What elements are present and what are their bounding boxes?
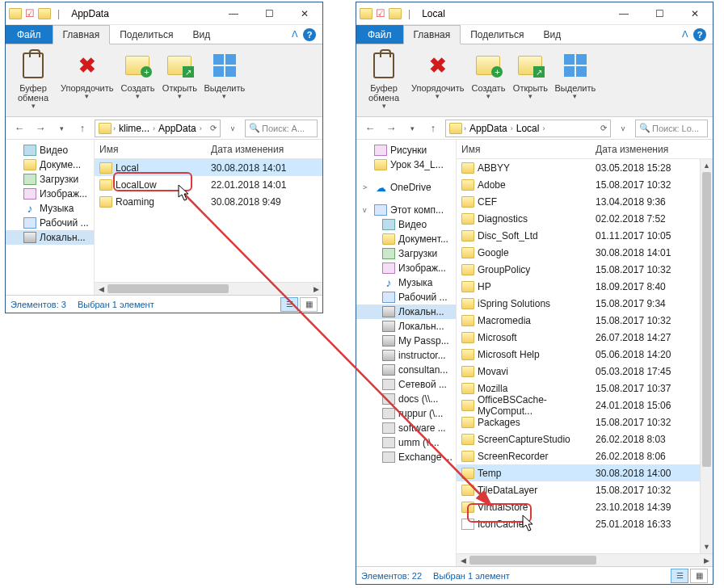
tree-item[interactable]: Документ... [356, 232, 456, 246]
tree-item[interactable]: Локальн... [356, 304, 456, 319]
list-item[interactable]: Adobe15.08.2017 10:32 [457, 176, 700, 193]
tree-item[interactable]: Докуме... [6, 158, 94, 172]
view-details-button[interactable]: ☰ [280, 297, 298, 312]
tree-item[interactable]: ♪Музыка [6, 201, 94, 216]
close-button[interactable]: ✕ [677, 2, 713, 25]
minimize-button[interactable]: — [606, 2, 642, 25]
tree-item[interactable]: Видео [356, 217, 456, 232]
tree-item[interactable]: Рабочий ... [6, 216, 94, 230]
ribbon-new[interactable]: Создать▾ [469, 48, 507, 104]
maximize-button[interactable]: ☐ [251, 2, 287, 25]
collapse-ribbon-icon[interactable]: ᐱ [292, 29, 298, 40]
list-item[interactable]: Packages15.08.2017 10:32 [457, 414, 700, 430]
tree-item[interactable] [356, 195, 456, 203]
tree-item[interactable]: Изображ... [356, 261, 456, 275]
view-icons-button[interactable]: ▦ [690, 569, 708, 583]
ribbon-organize[interactable]: ✖Упорядочить▾ [59, 48, 115, 104]
breadcrumb-segment[interactable]: AppData [157, 123, 198, 134]
view-details-button[interactable]: ☰ [671, 569, 688, 583]
list-item[interactable]: Diagnostics02.02.2018 7:52 [457, 210, 700, 227]
list-item[interactable]: VirtualStore23.10.2018 14:39 [457, 498, 700, 515]
list-item[interactable]: ScreenRecorder26.02.2018 8:06 [457, 447, 700, 464]
view-icons-button[interactable]: ▦ [300, 297, 318, 312]
collapse-ribbon-icon[interactable]: ᐱ [682, 29, 688, 40]
breadcrumb-segment[interactable]: AppData [468, 123, 509, 134]
ribbon-select[interactable]: Выделить▾ [202, 48, 246, 104]
search-input[interactable]: 🔍Поиск: Lo... [635, 120, 708, 137]
list-item[interactable]: Movavi05.03.2018 17:45 [457, 363, 700, 380]
tree-item[interactable]: >☁OneDrive [356, 180, 456, 195]
scrollbar-horizontal[interactable]: ◀▶ [95, 282, 322, 295]
breadcrumb-segment[interactable]: klime... [117, 123, 151, 134]
list-item[interactable]: Roaming30.08.2018 9:49 [95, 193, 322, 210]
list-item[interactable]: Microsoft26.07.2018 14:27 [457, 329, 700, 346]
history-button[interactable]: ▾ [403, 120, 421, 137]
column-date[interactable]: Дата изменения [596, 144, 713, 155]
tree-item[interactable]: consultan... [356, 363, 456, 377]
up-button[interactable]: ↑ [74, 120, 91, 137]
address-dropdown[interactable]: v [224, 120, 242, 137]
refresh-icon[interactable]: ⟳ [210, 124, 220, 132]
back-button[interactable]: ← [361, 120, 379, 137]
tab-main[interactable]: Главная [403, 25, 461, 44]
checkbox-icon[interactable]: ☑ [376, 7, 385, 19]
list-item[interactable]: TileDataLayer15.08.2017 10:32 [457, 481, 700, 498]
ribbon-new[interactable]: Создать▾ [118, 48, 157, 104]
tab-file[interactable]: Файл [356, 25, 403, 44]
list-item[interactable]: GroupPolicy15.08.2017 10:32 [457, 261, 700, 278]
nav-tree[interactable]: РисункиУрок 34_L...>☁OneDrivevЭтот комп.… [356, 140, 457, 566]
tree-item[interactable]: Загрузки [6, 172, 94, 187]
help-icon[interactable]: ? [303, 28, 316, 41]
list-item[interactable]: IconCache25.01.2018 16:33 [457, 515, 700, 532]
list-item[interactable]: LocalLow22.01.2018 14:01 [95, 176, 322, 193]
tree-item[interactable]: ruppur (\... [356, 406, 456, 421]
breadcrumb-segment[interactable]: Local [515, 123, 541, 134]
ribbon-select[interactable]: Выделить▾ [553, 48, 597, 104]
close-button[interactable]: ✕ [287, 2, 322, 25]
forward-button[interactable]: → [32, 120, 49, 137]
history-button[interactable]: ▾ [53, 120, 70, 137]
tree-item[interactable]: software ... [356, 421, 456, 435]
list-body[interactable]: ABBYY03.05.2018 15:28Adobe15.08.2017 10:… [457, 159, 700, 553]
tree-item[interactable]: Локальн... [356, 319, 456, 334]
list-item[interactable]: ScreenCaptureStudio26.02.2018 8:03 [457, 430, 700, 447]
scrollbar-horizontal[interactable]: ◀▶ [457, 553, 713, 566]
list-item[interactable]: ABBYY03.05.2018 15:28 [457, 159, 700, 176]
tab-share[interactable]: Поделиться [110, 25, 183, 44]
list-item[interactable]: Disc_Soft_Ltd01.11.2017 10:05 [457, 227, 700, 244]
address-bar[interactable]: › AppData › Local › ⟳ [445, 120, 611, 137]
tree-item[interactable]: ♪Музыка [356, 275, 456, 290]
ribbon-clipboard[interactable]: Буфер обмена▾ [361, 48, 406, 114]
search-input[interactable]: 🔍Поиск: A... [245, 120, 318, 137]
ribbon-open[interactable]: Открыть▾ [160, 48, 199, 104]
column-name[interactable]: Имя [460, 144, 596, 155]
tab-file[interactable]: Файл [6, 25, 53, 44]
list-item[interactable]: HP18.09.2017 8:40 [457, 278, 700, 295]
nav-tree[interactable]: ВидеоДокуме...ЗагрузкиИзображ...♪МузыкаР… [6, 140, 95, 295]
checkbox-icon[interactable]: ☑ [25, 7, 35, 19]
address-dropdown[interactable]: v [614, 120, 632, 137]
tree-item[interactable]: Exchange ... [356, 450, 456, 464]
refresh-icon[interactable]: ⟳ [600, 124, 610, 132]
help-icon[interactable]: ? [693, 28, 706, 41]
columns-header[interactable]: Имя Дата изменения [95, 140, 322, 159]
minimize-button[interactable]: — [216, 2, 251, 25]
tree-item[interactable]: My Passp... [356, 334, 456, 348]
ribbon-clipboard[interactable]: Буфер обмена▾ [11, 48, 56, 114]
tree-item[interactable] [356, 172, 456, 180]
tree-item[interactable]: Видео [6, 143, 94, 158]
list-body[interactable]: Local30.08.2018 14:01LocalLow22.01.2018 … [95, 159, 322, 282]
tree-item[interactable]: Рабочий ... [356, 290, 456, 304]
tree-item[interactable]: Сетевой ... [356, 377, 456, 392]
column-name[interactable]: Имя [98, 144, 211, 155]
forward-button[interactable]: → [382, 120, 400, 137]
tree-item[interactable]: Изображ... [6, 187, 94, 201]
list-item[interactable]: OfficeBSCache-MyComput...24.01.2018 15:0… [457, 397, 700, 414]
list-item[interactable]: Microsoft Help05.06.2018 14:20 [457, 346, 700, 363]
list-item[interactable]: CEF13.04.2018 9:36 [457, 193, 700, 210]
tree-item[interactable]: vЭтот комп... [356, 203, 456, 217]
tree-item[interactable]: umm (\\... [356, 435, 456, 450]
tree-item[interactable]: Локальн... [6, 230, 94, 245]
list-item[interactable]: Macromedia15.08.2017 10:32 [457, 312, 700, 329]
up-button[interactable]: ↑ [424, 120, 442, 137]
